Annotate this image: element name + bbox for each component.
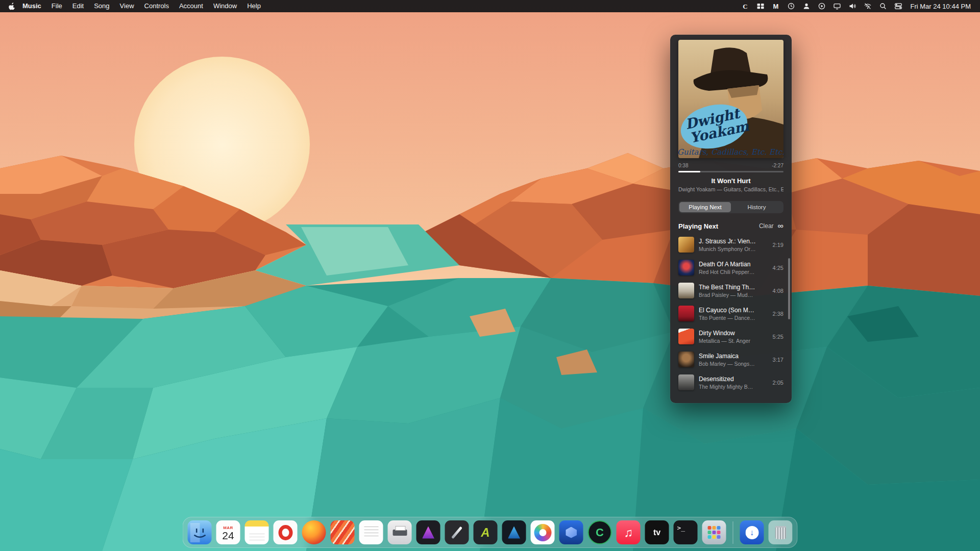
tab-history[interactable]: History [731, 202, 782, 212]
download-arrow-icon: ↓ [745, 526, 758, 539]
track-title: Death Of A Martian [699, 261, 769, 268]
menu-clock[interactable]: Fri Mar 24 10:44 PM [908, 3, 974, 10]
dock-apple-tv[interactable]: tv [645, 520, 669, 544]
menu-account[interactable]: Account [174, 0, 208, 12]
menu-edit[interactable]: Edit [67, 0, 89, 12]
launchpad-grid-icon [708, 526, 712, 530]
svg-text:C: C [743, 3, 747, 10]
dock-camtasia[interactable]: C [588, 520, 612, 544]
dock-trash[interactable] [769, 520, 793, 544]
blue-triangle-icon [508, 527, 520, 539]
dock-downloads[interactable]: ↓ [740, 520, 764, 544]
desktop: Music File Edit Song View Controls Accou… [0, 0, 980, 551]
purple-triangle-icon [422, 527, 434, 539]
track-row[interactable]: Smile Jamaica Bob Marley — Songs… 3:17 [678, 348, 783, 371]
terminal-prompt-icon: >_ [677, 524, 685, 532]
dock-cube-app[interactable] [559, 520, 583, 544]
tab-playing-next[interactable]: Playing Next [679, 202, 731, 212]
track-title: J. Strauss Jr.: Vien… [699, 238, 769, 245]
display-icon[interactable] [831, 0, 843, 12]
gmail-icon[interactable]: M [770, 0, 782, 12]
finder-face-icon [190, 523, 209, 542]
wallpaper [0, 0, 980, 551]
dock-notes[interactable] [245, 520, 269, 544]
dock-affinity-photo[interactable] [416, 520, 440, 544]
menu-view[interactable]: View [115, 0, 139, 12]
track-row[interactable]: El Cayuco (Son M… Tito Puente — Dance… 2… [678, 302, 783, 325]
track-duration: 2:38 [773, 311, 783, 317]
menu-controls[interactable]: Controls [139, 0, 174, 12]
dock-music[interactable]: ♫ [617, 520, 641, 544]
album-thumbnail [678, 260, 694, 276]
dock-stripes-app[interactable] [331, 520, 355, 544]
album-thumbnail [678, 237, 694, 253]
track-title: Dirty Window [699, 330, 769, 337]
dock-finder[interactable] [188, 520, 212, 544]
dock-printer[interactable] [388, 520, 412, 544]
track-row[interactable]: Dirty Window Metallica — St. Anger 5:25 [678, 325, 783, 348]
dock-opera[interactable] [274, 520, 298, 544]
control-center-icon[interactable] [892, 0, 904, 12]
queue-title: Playing Next [678, 222, 718, 230]
menu-window[interactable]: Window [208, 0, 242, 12]
menu-bar: Music File Edit Song View Controls Accou… [0, 0, 980, 12]
dock-calendar[interactable]: MAR 24 [216, 520, 240, 544]
dock: MAR 24 A [183, 517, 798, 548]
grid-icon[interactable] [754, 0, 767, 12]
track-row[interactable]: J. Strauss Jr.: Vien… Munich Symphony Or… [678, 233, 783, 256]
clear-queue-button[interactable]: Clear [759, 222, 774, 230]
track-title: Desensitized [699, 375, 769, 383]
dock-terminal[interactable]: >_ [674, 520, 698, 544]
track-duration: 2:19 [773, 242, 783, 248]
trash-icon [775, 526, 786, 539]
menu-file[interactable]: File [46, 0, 67, 12]
dock-firefox[interactable] [302, 520, 326, 544]
volume-icon[interactable] [846, 0, 859, 12]
dock-pen-app[interactable] [445, 520, 469, 544]
dock-textedit[interactable] [359, 520, 383, 544]
music-note-icon: ♫ [624, 525, 633, 540]
queue-header: Playing Next Clear ∞ [678, 222, 783, 230]
album-thumbnail [678, 283, 694, 298]
textedit-lines-icon [364, 527, 378, 539]
track-title: El Cayuco (Son M… [699, 307, 769, 314]
scrollbar-thumb[interactable] [788, 258, 790, 319]
album-thumbnail [678, 374, 694, 390]
song-subtitle: Dwight Yoakam — Guitars, Cadillacs, Etc.… [678, 186, 783, 192]
track-artist: Bob Marley — Songs… [699, 361, 769, 367]
track-row[interactable]: Death Of A Martian Red Hot Chili Pepper…… [678, 256, 783, 279]
c-logo-icon[interactable]: C [739, 0, 751, 12]
dock-launchpad[interactable] [702, 520, 726, 544]
dock-artstudio[interactable]: A [474, 520, 498, 544]
spotlight-icon[interactable] [877, 0, 889, 12]
pen-icon [451, 526, 462, 539]
time-machine-icon[interactable] [785, 0, 797, 12]
opera-o-icon [278, 525, 292, 540]
menu-app-name[interactable]: Music [17, 0, 46, 12]
wifi-off-icon[interactable] [862, 0, 874, 12]
track-row[interactable]: The Best Thing Th… Brad Paisley — Mud… 4… [678, 279, 783, 302]
dock-photos[interactable] [531, 520, 555, 544]
dock-affinity-designer[interactable] [502, 520, 526, 544]
notes-lines-icon [249, 531, 264, 540]
apple-menu-icon[interactable] [6, 3, 17, 10]
queue-tabs: Playing Next History [678, 201, 783, 213]
play-circle-icon[interactable] [816, 0, 828, 12]
menu-help[interactable]: Help [242, 0, 266, 12]
track-duration: 5:25 [773, 334, 783, 340]
time-remaining: -2:27 [772, 163, 783, 168]
album-thumbnail [678, 329, 694, 344]
track-row[interactable]: Desensitized The Mighty Mighty B… 2:05 [678, 371, 783, 394]
calendar-day: 24 [222, 530, 234, 541]
autoplay-infinity-icon[interactable]: ∞ [778, 222, 783, 230]
progress-bar[interactable] [678, 171, 783, 172]
progress-fill [678, 171, 700, 172]
menu-song[interactable]: Song [89, 0, 114, 12]
apple-tv-icon: tv [653, 528, 660, 537]
album-title-script: Guitars, Cadillacs, Etc. Etc. [678, 147, 783, 157]
album-art-image: Dwight Yoakam Guitars, Cadillacs, Etc. E… [678, 40, 783, 158]
track-artist: Red Hot Chili Pepper… [699, 269, 769, 275]
dock-separator [733, 521, 733, 544]
user-icon[interactable] [800, 0, 813, 12]
music-mini-player: Dwight Yoakam Guitars, Cadillacs, Etc. E… [670, 35, 792, 403]
